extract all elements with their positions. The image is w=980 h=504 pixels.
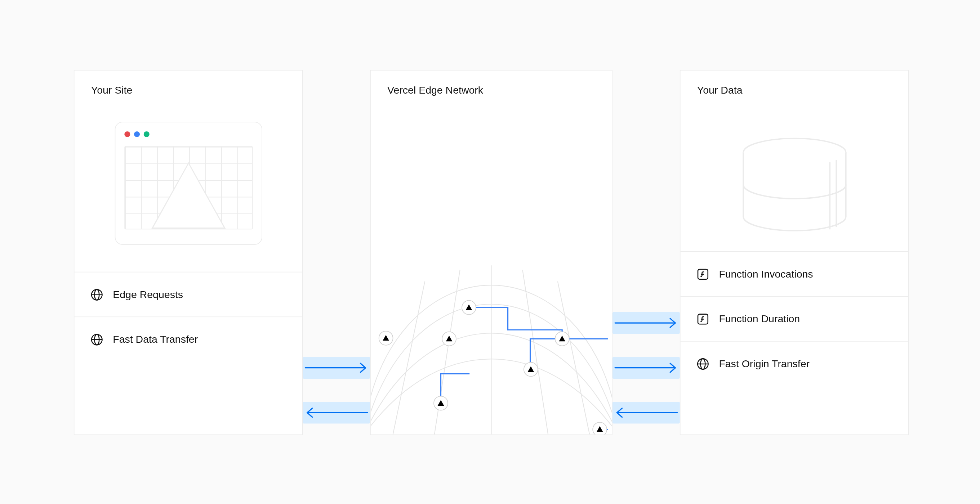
database-cylinder-icon (733, 133, 855, 236)
function-duration-label: Function Duration (719, 313, 800, 325)
your-data-card: Your Data Function Invocations (680, 70, 908, 435)
fast-origin-transfer-label: Fast Origin Transfer (719, 358, 810, 369)
globe-icon (90, 332, 104, 346)
triangle-logo-icon (151, 162, 225, 228)
fast-origin-transfer-row: Fast Origin Transfer (681, 341, 908, 386)
edge-network-title: Vercel Edge Network (371, 71, 612, 110)
your-data-title: Your Data (681, 71, 908, 110)
globe-illustration (371, 154, 612, 434)
function-invocations-row: Function Invocations (681, 251, 908, 296)
browser-window-illustration (115, 122, 262, 245)
arrow-left-icon (612, 402, 680, 424)
globe-icon (90, 287, 104, 301)
edge-requests-row: Edge Requests (74, 272, 302, 317)
function-duration-row: Function Duration (681, 296, 908, 341)
edge-requests-label: Edge Requests (113, 289, 183, 300)
arrow-right-icon (612, 357, 680, 379)
function-icon (696, 312, 710, 326)
function-icon (696, 267, 710, 281)
traffic-lights-icon (124, 132, 252, 137)
function-invocations-label: Function Invocations (719, 268, 813, 280)
site-grid-icon (124, 146, 252, 229)
arrow-left-icon (303, 402, 370, 424)
your-site-card: Your Site Edge Requests Fast Data Transf… (74, 70, 303, 435)
edge-network-card: Vercel Edge Network (370, 70, 612, 435)
fast-data-transfer-row: Fast Data Transfer (74, 317, 302, 361)
arrow-right-icon (303, 357, 370, 379)
diagram-canvas: Your Site Edge Requests Fast Data Transf… (0, 0, 980, 504)
fast-data-transfer-label: Fast Data Transfer (113, 333, 198, 345)
your-site-title: Your Site (74, 71, 302, 110)
globe-icon (696, 357, 710, 371)
arrow-right-icon (612, 312, 680, 334)
edge-node-icon (379, 301, 607, 434)
